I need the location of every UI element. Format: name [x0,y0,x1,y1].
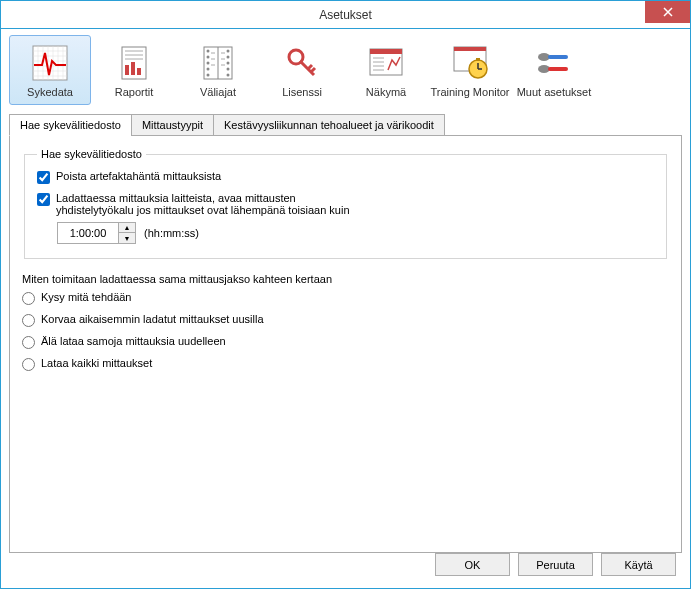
time-format-label: (hh:mm:ss) [144,227,199,239]
toolbar-label: Väliajat [200,86,236,98]
toolbar-label: Raportit [115,86,154,98]
group-hae-legend: Hae sykevälitiedosto [37,148,146,160]
svg-point-16 [227,73,230,76]
toolbar-item-valiajat[interactable]: Väliajat [177,35,259,105]
toolbar: Sykedata Raportit Väliajat Lisenssi Näky… [1,29,690,105]
time-spinner[interactable]: ▲ ▼ [57,222,136,244]
svg-point-15 [227,67,230,70]
subtab-mittaustyypit[interactable]: Mittaustyypit [131,114,214,136]
checkbox-yhdistely[interactable] [37,193,50,206]
group-duplicate-legend: Miten toimitaan ladattaessa sama mittaus… [22,273,669,285]
checkbox-yhdistely-label: Ladattaessa mittauksia laitteista, avaa … [56,192,350,216]
toolbar-label: Näkymä [366,86,406,98]
subtab-kestavyys[interactable]: Kestävyysliikunnan tehoalueet ja värikoo… [213,114,445,136]
group-duplicate: Miten toimitaan ladattaessa sama mittaus… [22,273,669,371]
svg-point-9 [207,61,210,64]
svg-rect-4 [137,68,141,75]
svg-point-14 [227,61,230,64]
svg-rect-23 [476,58,480,61]
toolbar-item-sykedata[interactable]: Sykedata [9,35,91,105]
svg-point-7 [207,49,210,52]
toolbar-label: Sykedata [27,86,73,98]
toolbar-item-raportit[interactable]: Raportit [93,35,175,105]
content-panel: Hae sykevälitiedosto Poista artefaktahän… [9,135,682,553]
checkbox-artefakta-label: Poista artefaktahäntä mittauksista [56,170,221,182]
subtabs: Hae sykevälitiedosto Mittaustyypit Kestä… [9,114,682,136]
spinner-up[interactable]: ▲ [119,223,135,233]
radio-lataa-kaikki-label: Lataa kaikki mittaukset [41,357,152,369]
radio-kysy[interactable] [22,292,35,305]
toolbar-label: Muut asetukset [517,86,592,98]
svg-point-13 [227,55,230,58]
radio-korvaa-label: Korvaa aikaisemmin ladatut mittaukset uu… [41,313,264,325]
svg-point-8 [207,55,210,58]
close-icon [663,7,673,17]
checkbox-artefakta[interactable] [37,171,50,184]
svg-rect-25 [548,55,568,59]
stopwatch-icon [450,43,490,83]
notebook-icon [198,43,238,83]
ok-button[interactable]: OK [435,553,510,576]
window-title: Asetukset [319,8,372,22]
svg-rect-21 [454,47,486,51]
radio-korvaa[interactable] [22,314,35,327]
spinner-down[interactable]: ▼ [119,233,135,243]
svg-rect-19 [370,49,402,54]
radio-ala-lataa[interactable] [22,336,35,349]
report-icon [114,43,154,83]
radio-kysy-label: Kysy mitä tehdään [41,291,132,303]
time-input[interactable] [58,224,118,242]
close-button[interactable] [645,1,690,23]
tools-icon [534,43,574,83]
svg-rect-2 [125,65,129,75]
apply-button[interactable]: Käytä [601,553,676,576]
svg-point-10 [207,67,210,70]
toolbar-label: Lisenssi [282,86,322,98]
toolbar-item-training-monitor[interactable]: Training Monitor [429,35,511,105]
svg-point-12 [227,49,230,52]
view-icon [366,43,406,83]
titlebar: Asetukset [1,1,690,29]
radio-lataa-kaikki[interactable] [22,358,35,371]
toolbar-item-nakyma[interactable]: Näkymä [345,35,427,105]
dialog-buttons: OK Peruuta Käytä [435,553,676,576]
group-hae: Hae sykevälitiedosto Poista artefaktahän… [24,148,667,259]
heartrate-icon [30,43,70,83]
toolbar-item-muut[interactable]: Muut asetukset [513,35,595,105]
svg-point-11 [207,73,210,76]
cancel-button[interactable]: Peruuta [518,553,593,576]
key-icon [282,43,322,83]
toolbar-item-lisenssi[interactable]: Lisenssi [261,35,343,105]
svg-rect-3 [131,62,135,75]
toolbar-label: Training Monitor [430,86,509,98]
subtab-hae[interactable]: Hae sykevälitiedosto [9,114,132,136]
settings-window: Asetukset Sykedata Raportit Väliajat [0,0,691,589]
radio-ala-lataa-label: Älä lataa samoja mittauksia uudelleen [41,335,226,347]
svg-rect-27 [548,67,568,71]
